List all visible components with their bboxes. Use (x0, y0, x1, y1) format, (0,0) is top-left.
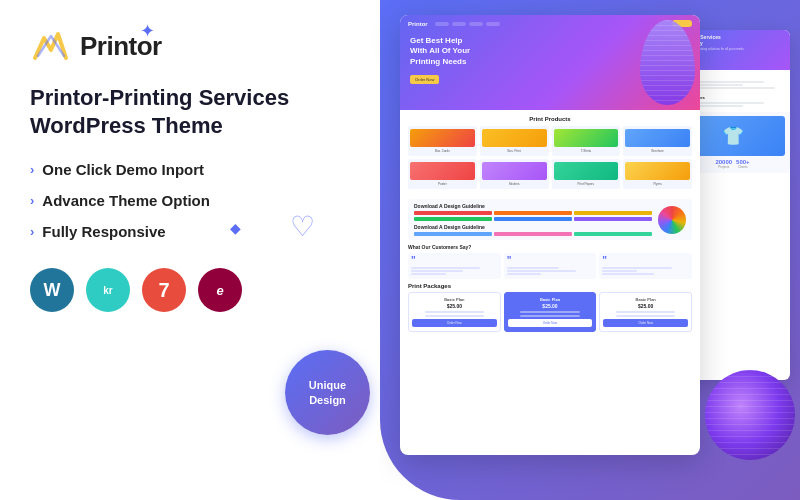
color-bar-row-3 (414, 232, 652, 236)
color-bars-2 (414, 232, 652, 236)
product-card-4: Brochure (623, 126, 692, 156)
color-guide-title-2: Download A Design Guideline (414, 224, 652, 230)
color-guide-title: Download A Design Guideline (414, 203, 652, 209)
feature-label-1: One Click Demo Inport (42, 161, 204, 178)
stat-2: 500+ Clients (736, 159, 750, 169)
theme-title: Printor-Printing Services WordPress Them… (30, 84, 350, 139)
star-icon: ✦ (140, 20, 155, 42)
testi-text-bar-4 (507, 267, 559, 269)
nav-item-2 (452, 22, 466, 26)
pricing-card-3: Basic Plan $25.00 Order Now (599, 292, 692, 332)
swatch-pink (494, 232, 572, 236)
feature-item-2: › Advance Theme Option (30, 192, 350, 209)
3d-lines (705, 370, 795, 460)
plan-name-2: Basic Plan (508, 297, 593, 302)
product-img-5 (410, 162, 475, 180)
products-section: Print Products Bus. Cards Bus. Print T-S… (400, 110, 700, 199)
product-label-4: Brochure (652, 149, 664, 153)
testimonial-cards: " " " (408, 253, 692, 279)
main-mockup: Printor Get Best HelpWith All Of YourPri… (400, 15, 700, 455)
swatch-orange (494, 211, 572, 215)
chevron-icon-2: › (30, 193, 34, 208)
color-bar-row-2 (414, 217, 652, 221)
product-img-3 (554, 129, 619, 147)
pricing-section: Print Packages Basic Plan $25.00 Order N… (408, 283, 692, 332)
stat-label-2: Clients (736, 165, 750, 169)
product-img-6 (482, 162, 547, 180)
unique-badge-text: Unique Design (309, 378, 346, 407)
plan-bar-6 (616, 315, 675, 317)
testi-text-bar-7 (602, 267, 671, 269)
kr-icon: kr (86, 268, 130, 312)
swatch-red (414, 211, 492, 215)
testimonials-title: What Our Customers Say? (408, 244, 692, 250)
color-wheel (658, 206, 686, 234)
color-guideline-section: Download A Design Guideline Download A D… (408, 199, 692, 240)
plan-price-3: $25.00 (603, 303, 688, 309)
swatch-lb (414, 232, 492, 236)
nav-item-1 (435, 22, 449, 26)
color-bar-row-1 (414, 211, 652, 215)
testi-text-bar-5 (507, 270, 576, 272)
product-img-2 (482, 129, 547, 147)
testi-text-bar-9 (602, 273, 654, 275)
heart-icon: ♡ (290, 210, 315, 243)
plan-price-1: $25.00 (412, 303, 497, 309)
logo-area: Printor (30, 30, 350, 62)
chevron-icon-3: › (30, 224, 34, 239)
product-card-5: Poster (408, 159, 477, 189)
testimonials-section: What Our Customers Say? " " " (408, 244, 692, 279)
seven-icon: 7 (142, 268, 186, 312)
diamond-icon: ◆ (230, 220, 241, 236)
swatch-blue (494, 217, 572, 221)
quote-mark-1: " (411, 256, 498, 266)
plan-bar-5 (616, 311, 675, 313)
plan-name-1: Basic Plan (412, 297, 497, 302)
right-panel: Printor Get Best HelpWith All Of YourPri… (370, 0, 800, 500)
hero-cta: Order Now (410, 75, 439, 84)
feature-item-1: › One Click Demo Inport (30, 161, 350, 178)
testi-text-bar-8 (602, 270, 637, 272)
product-card-7: Print Papers (552, 159, 621, 189)
swatch-teal (574, 232, 652, 236)
product-grid: Bus. Cards Bus. Print T-Shirts Brochure … (408, 126, 692, 189)
3d-circle (705, 370, 795, 460)
swatch-yellow (574, 211, 652, 215)
testi-text-bar-6 (507, 273, 542, 275)
product-img-1 (410, 129, 475, 147)
3d-shape-decoration (705, 370, 795, 490)
product-card-6: Stickers (480, 159, 549, 189)
product-img-4 (625, 129, 690, 147)
wordpress-icon: W (30, 268, 74, 312)
plan-bar-1 (425, 311, 484, 313)
chevron-icon-1: › (30, 162, 34, 177)
nav-item-3 (469, 22, 483, 26)
testi-text-bar-1 (411, 267, 480, 269)
testimonial-1: " (408, 253, 501, 279)
color-bars (414, 211, 652, 221)
product-img-7 (554, 162, 619, 180)
elementor-icon: e (198, 268, 242, 312)
quote-mark-2: " (507, 256, 594, 266)
plan-btn-1: Order Now (412, 319, 497, 327)
plan-bar-2 (425, 315, 484, 317)
product-label-7: Print Papers (578, 182, 595, 186)
swatch-green (414, 217, 492, 221)
nav-item-4 (486, 22, 500, 26)
plan-bar-4 (520, 315, 579, 317)
product-card-8: Flyers (623, 159, 692, 189)
products-title: Print Products (408, 116, 692, 122)
feature-label-2: Advance Theme Option (42, 192, 210, 209)
pricing-title: Print Packages (408, 283, 692, 289)
pricing-card-2: Basic Plan $25.00 Order Now (504, 292, 597, 332)
product-label-8: Flyers (654, 182, 662, 186)
stat-label-1: Projects (715, 165, 732, 169)
unique-design-badge: Unique Design (285, 350, 370, 435)
product-label-2: Bus. Print (508, 149, 521, 153)
testi-text-bar-3 (411, 273, 446, 275)
testimonial-3: " (599, 253, 692, 279)
swatch-purple (574, 217, 652, 221)
plan-bar-3 (520, 311, 579, 313)
product-card-1: Bus. Cards (408, 126, 477, 156)
product-img-8 (625, 162, 690, 180)
